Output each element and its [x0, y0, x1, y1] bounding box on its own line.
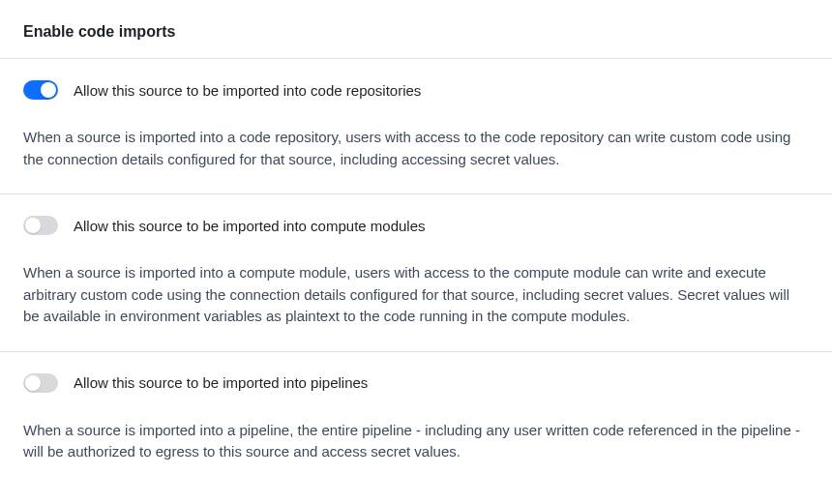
toggle-label: Allow this source to be imported into pi… — [74, 374, 368, 391]
section-header: Enable code imports — [0, 0, 832, 58]
toggle-label: Allow this source to be imported into co… — [74, 218, 426, 234]
setting-description: When a source is imported into a compute… — [23, 262, 809, 328]
toggle-knob — [25, 375, 41, 391]
setting-description: When a source is imported into a code re… — [23, 127, 809, 170]
toggle-knob — [41, 82, 56, 98]
toggle-row: Allow this source to be imported into co… — [23, 80, 809, 100]
toggle-compute-modules[interactable] — [23, 216, 58, 235]
setting-compute-modules: Allow this source to be imported into co… — [0, 193, 832, 351]
toggle-row: Allow this source to be imported into co… — [23, 216, 809, 235]
setting-description: When a source is imported into a pipelin… — [23, 420, 809, 463]
toggle-pipelines[interactable] — [23, 373, 58, 393]
toggle-knob — [25, 218, 41, 233]
setting-pipelines: Allow this source to be imported into pi… — [0, 351, 832, 487]
setting-code-repositories: Allow this source to be imported into co… — [0, 58, 832, 193]
section-title: Enable code imports — [23, 23, 809, 41]
toggle-row: Allow this source to be imported into pi… — [23, 373, 809, 393]
toggle-code-repositories[interactable] — [23, 80, 58, 100]
toggle-label: Allow this source to be imported into co… — [74, 82, 421, 99]
